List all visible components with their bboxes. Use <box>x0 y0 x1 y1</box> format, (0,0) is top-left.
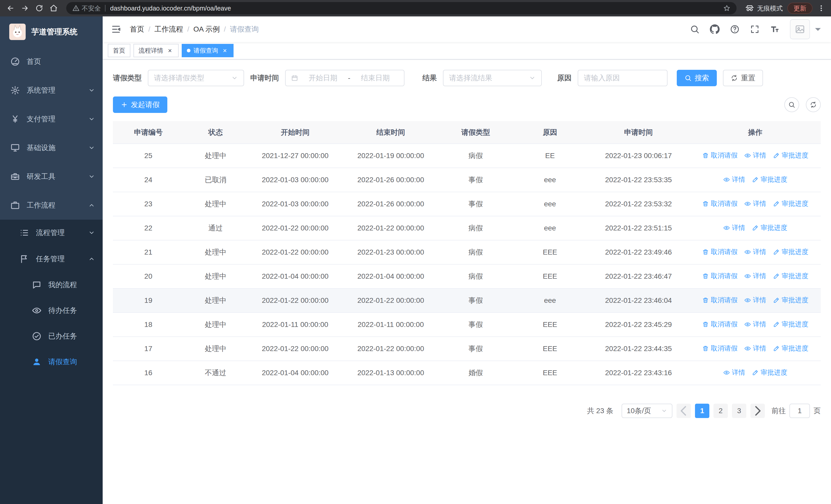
action-progress-link[interactable]: 审批进度 <box>773 296 808 305</box>
action-cancel-link[interactable]: 取消请假 <box>702 247 738 256</box>
action-label: 审批进度 <box>782 151 808 160</box>
browser-menu-button[interactable] <box>816 3 826 14</box>
update-label: 更新 <box>794 4 806 12</box>
search-button[interactable]: 搜索 <box>677 70 717 86</box>
action-detail-link[interactable]: 详情 <box>723 175 745 184</box>
prev-page-button[interactable] <box>677 404 691 418</box>
create-leave-button[interactable]: 发起请假 <box>113 96 167 113</box>
action-progress-link[interactable]: 审批进度 <box>752 175 787 184</box>
sidebar-item-infrastructure[interactable]: 基础设施 <box>0 134 103 162</box>
sidebar-item-leave-query[interactable]: 请假查询 <box>0 349 103 375</box>
incognito-icon <box>745 4 754 12</box>
breadcrumb-item[interactable]: 工作流程 <box>154 24 183 34</box>
action-label: 审批进度 <box>761 223 787 232</box>
forward-button[interactable] <box>19 2 31 14</box>
avatar-caret-icon[interactable] <box>813 24 823 34</box>
user-menu[interactable] <box>790 19 823 39</box>
app-logo[interactable]: 芋道管理系统 <box>0 17 103 47</box>
sidebar-item-task-mgmt[interactable]: 任务管理 <box>0 246 103 272</box>
reason-input[interactable] <box>578 70 667 86</box>
leave-type-label: 请假类型 <box>113 73 142 83</box>
breadcrumb-item[interactable]: OA 示例 <box>194 24 220 34</box>
action-progress-link[interactable]: 审批进度 <box>752 223 787 232</box>
action-detail-link[interactable]: 详情 <box>723 368 745 377</box>
url-text[interactable]: dashboard.yudao.iocoder.cn/bpm/oa/leave <box>110 5 723 12</box>
page-button-1[interactable]: 1 <box>695 404 709 418</box>
cell-actions: 取消请假详情审批进度 <box>690 144 821 168</box>
bookmark-star-icon[interactable] <box>723 5 730 12</box>
gear-icon <box>10 85 20 95</box>
action-progress-link[interactable]: 审批进度 <box>773 344 808 353</box>
sidebar-item-workflow[interactable]: 工作流程 <box>0 191 103 220</box>
action-detail-link[interactable]: 详情 <box>744 199 766 208</box>
home-button[interactable] <box>48 2 60 14</box>
header-search-icon[interactable] <box>690 24 699 34</box>
update-button[interactable]: 更新 <box>787 3 812 14</box>
back-button[interactable] <box>5 2 17 14</box>
fullscreen-icon[interactable] <box>750 24 760 34</box>
table-row: 23处理中2022-01-03 00:00:002022-01-26 00:00… <box>113 192 821 216</box>
action-cancel-link[interactable]: 取消请假 <box>702 151 738 160</box>
avatar[interactable] <box>790 19 810 39</box>
action-progress-link[interactable]: 审批进度 <box>773 151 808 160</box>
security-label[interactable]: 不安全 <box>82 4 101 12</box>
action-cancel-link[interactable]: 取消请假 <box>702 344 738 353</box>
sidebar-item-my-process[interactable]: 我的流程 <box>0 272 103 298</box>
leave-type-placeholder: 请选择请假类型 <box>154 73 204 83</box>
cell-status: 处理中 <box>184 192 248 216</box>
sidebar-item-todo-task[interactable]: 待办任务 <box>0 298 103 323</box>
next-page-button[interactable] <box>750 404 765 418</box>
breadcrumb-item[interactable]: 首页 <box>130 24 144 34</box>
action-detail-link[interactable]: 详情 <box>723 223 745 232</box>
sidebar-item-system[interactable]: 系统管理 <box>0 76 103 105</box>
action-cancel-link[interactable]: 取消请假 <box>702 199 738 208</box>
action-detail-link[interactable]: 详情 <box>744 320 766 329</box>
action-progress-link[interactable]: 审批进度 <box>773 271 808 280</box>
goto-page-input[interactable] <box>790 404 810 418</box>
sidebar-item-done-task[interactable]: 已办任务 <box>0 323 103 349</box>
leave-type-select[interactable]: 请选择请假类型 <box>148 70 244 86</box>
end-date-placeholder[interactable]: 结束日期 <box>352 73 398 83</box>
action-cancel-link[interactable]: 取消请假 <box>702 320 738 329</box>
action-detail-link[interactable]: 详情 <box>744 344 766 353</box>
tab-process-detail[interactable]: 流程详情× <box>134 44 179 57</box>
sidebar-item-home[interactable]: 首页 <box>0 47 103 76</box>
tab-leave-query[interactable]: 请假查询× <box>182 44 233 57</box>
tab-home[interactable]: 首页 <box>108 44 131 57</box>
action-cancel-link[interactable]: 取消请假 <box>702 271 738 280</box>
sidebar-item-process-mgmt[interactable]: 流程管理 <box>0 220 103 246</box>
tab-close-icon[interactable]: × <box>166 47 173 54</box>
collapse-menu-icon[interactable] <box>111 24 121 34</box>
cell-reason: EE <box>513 144 587 168</box>
table-toolbar: 发起请假 <box>113 96 821 113</box>
page-button-2[interactable]: 2 <box>713 404 728 418</box>
toggle-search-button[interactable] <box>784 97 799 112</box>
font-size-icon[interactable] <box>770 24 780 34</box>
action-progress-link[interactable]: 审批进度 <box>773 199 808 208</box>
reset-button[interactable]: 重置 <box>723 70 763 86</box>
tab-close-icon[interactable]: × <box>221 47 228 54</box>
action-detail-link[interactable]: 详情 <box>744 151 766 160</box>
cell-reason: EEE <box>513 240 587 264</box>
apply-time-range-picker[interactable]: 开始日期 - 结束日期 <box>285 70 404 86</box>
action-cancel-link[interactable]: 取消请假 <box>702 296 738 305</box>
github-icon[interactable] <box>710 24 720 34</box>
help-icon[interactable] <box>730 24 740 34</box>
cell-id: 18 <box>113 313 184 337</box>
omnibox[interactable]: 不安全 dashboard.yudao.iocoder.cn/bpm/oa/le… <box>66 2 737 14</box>
page-button-3[interactable]: 3 <box>732 404 746 418</box>
refresh-table-button[interactable] <box>806 97 821 112</box>
sidebar-item-payment[interactable]: 支付管理 <box>0 105 103 134</box>
page-size-select[interactable]: 10条/页 <box>622 404 672 418</box>
action-progress-link[interactable]: 审批进度 <box>773 320 808 329</box>
chevron-down-icon <box>88 230 95 236</box>
action-detail-link[interactable]: 详情 <box>744 247 766 256</box>
action-progress-link[interactable]: 审批进度 <box>752 368 787 377</box>
result-select[interactable]: 请选择流结果 <box>443 70 542 86</box>
action-detail-link[interactable]: 详情 <box>744 271 766 280</box>
action-progress-link[interactable]: 审批进度 <box>773 247 808 256</box>
start-date-placeholder[interactable]: 开始日期 <box>300 73 346 83</box>
sidebar-item-devtools[interactable]: 研发工具 <box>0 162 103 191</box>
action-detail-link[interactable]: 详情 <box>744 296 766 305</box>
reload-button[interactable] <box>33 2 45 14</box>
